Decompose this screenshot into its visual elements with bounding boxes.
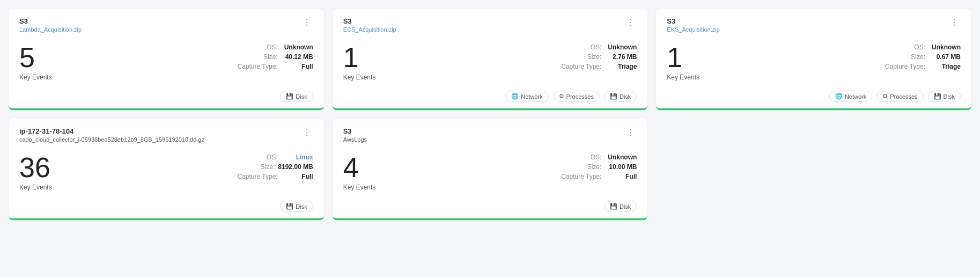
capture-value: Triage (605, 63, 637, 70)
meta-section: OS: Unknown Size: 40.12 MB Capture Type:… (237, 43, 313, 70)
card-footer: 💾 Disk (19, 85, 313, 108)
badge-network[interactable]: 🌐 Network (829, 91, 872, 102)
menu-icon[interactable]: ⋮ (300, 127, 313, 138)
card-footer: 🌐 Network ⚙ Processes 💾 Disk (343, 85, 637, 108)
size-label: Size: (261, 163, 275, 171)
card-type: S3 (343, 17, 396, 25)
capture-value: Triage (929, 63, 961, 70)
key-events-section: 4 Key Events (343, 153, 386, 191)
card-empty (656, 119, 971, 220)
processes-icon: ⚙ (882, 93, 888, 100)
card-type: S3 (667, 17, 719, 25)
capture-label: Capture Type: (561, 173, 601, 180)
meta-section: OS: Unknown Size: 0.67 MB Capture Type: … (885, 43, 961, 70)
card-grid: S3 Lambda_Acquisition.zip ⋮ 5 Key Events… (0, 0, 980, 229)
network-icon: 🌐 (511, 93, 519, 100)
card-subtitle: ECS_Acquisition.zip (343, 26, 396, 33)
menu-icon[interactable]: ⋮ (624, 127, 637, 138)
key-events-number: 1 (667, 43, 682, 71)
size-row: Size: 0.67 MB (885, 53, 961, 61)
card-header: ip-172-31-78-104 cado_cloud_collector_i-… (19, 127, 313, 143)
card-title-block: S3 EKS_Acquisition.zip (667, 17, 719, 33)
badge-disk[interactable]: 💾 Disk (604, 201, 637, 212)
capture-row: Capture Type: Triage (561, 63, 637, 70)
os-value: Unknown (281, 43, 313, 51)
os-value: Linux (281, 153, 313, 161)
key-events-number: 1 (343, 43, 359, 71)
card-body: 1 Key Events OS: Unknown Size: 2.76 MB C… (343, 43, 637, 81)
badge-processes[interactable]: ⚙ Processes (553, 91, 600, 102)
key-events-label: Key Events (343, 74, 376, 81)
size-value: 40.12 MB (281, 53, 313, 61)
key-events-number: 5 (19, 43, 35, 71)
card-title-block: S3 AwsLogs (343, 127, 367, 143)
size-value: 0.67 MB (929, 53, 961, 61)
os-row: OS: Linux (237, 153, 313, 161)
badge-disk[interactable]: 💾 Disk (928, 91, 961, 102)
capture-row: Capture Type: Full (237, 173, 313, 180)
card-body: 4 Key Events OS: Unknown Size: 10.00 MB … (343, 153, 637, 191)
processes-icon: ⚙ (559, 93, 564, 100)
size-row: Size: 40.12 MB (237, 53, 313, 61)
badge-processes[interactable]: ⚙ Processes (876, 91, 923, 102)
card-header: S3 Lambda_Acquisition.zip ⋮ (19, 17, 313, 33)
meta-section: OS: Linux Size: 8192.00 MB Capture Type:… (237, 153, 313, 180)
badge-label: Disk (620, 93, 631, 100)
card-card-1: S3 Lambda_Acquisition.zip ⋮ 5 Key Events… (9, 9, 324, 110)
badge-disk[interactable]: 💾 Disk (280, 91, 313, 102)
size-row: Size: 8192.00 MB (237, 163, 313, 171)
disk-icon: 💾 (934, 93, 941, 100)
card-footer: 🌐 Network ⚙ Processes 💾 Disk (667, 85, 961, 108)
key-events-number: 36 (19, 153, 50, 181)
size-row: Size: 2.76 MB (561, 53, 637, 61)
card-card-5: S3 AwsLogs ⋮ 4 Key Events OS: Unknown Si… (333, 119, 648, 220)
network-icon: 🌐 (835, 93, 843, 100)
capture-row: Capture Type: Full (561, 173, 637, 180)
card-type: ip-172-31-78-104 (19, 127, 204, 135)
badge-label: Processes (566, 93, 594, 100)
key-events-label: Key Events (343, 184, 376, 191)
card-title-block: S3 ECS_Acquisition.zip (343, 17, 396, 33)
card-body: 5 Key Events OS: Unknown Size: 40.12 MB … (19, 43, 313, 81)
capture-row: Capture Type: Triage (885, 63, 961, 70)
size-label: Size: (263, 53, 278, 61)
meta-section: OS: Unknown Size: 2.76 MB Capture Type: … (561, 43, 637, 70)
badge-disk[interactable]: 💾 Disk (280, 201, 313, 212)
key-events-section: 1 Key Events (343, 43, 386, 81)
card-title-block: ip-172-31-78-104 cado_cloud_collector_i-… (19, 127, 204, 143)
disk-icon: 💾 (286, 93, 293, 100)
size-value: 2.76 MB (605, 53, 637, 61)
capture-value: Full (605, 173, 637, 180)
size-value: 10.00 MB (605, 163, 637, 171)
os-value: Unknown (605, 153, 637, 161)
menu-icon[interactable]: ⋮ (948, 17, 961, 28)
capture-value: Full (281, 63, 313, 70)
badge-disk[interactable]: 💾 Disk (604, 91, 637, 102)
capture-label: Capture Type: (237, 173, 277, 180)
capture-value: Full (281, 173, 313, 180)
menu-icon[interactable]: ⋮ (300, 17, 313, 28)
badge-label: Disk (944, 93, 955, 100)
card-footer: 💾 Disk (343, 195, 637, 218)
badge-label: Processes (890, 93, 917, 100)
card-card-3: S3 EKS_Acquisition.zip ⋮ 1 Key Events OS… (656, 9, 971, 110)
os-row: OS: Unknown (561, 153, 637, 161)
card-header: S3 EKS_Acquisition.zip ⋮ (667, 17, 961, 33)
os-label: OS: (591, 153, 602, 161)
size-label: Size: (587, 53, 602, 61)
badge-label: Disk (296, 203, 307, 210)
menu-icon[interactable]: ⋮ (624, 17, 637, 28)
meta-section: OS: Unknown Size: 10.00 MB Capture Type:… (561, 153, 637, 180)
card-header: S3 AwsLogs ⋮ (343, 127, 637, 143)
os-label: OS: (267, 153, 278, 161)
size-label: Size: (911, 53, 925, 61)
card-type: S3 (19, 17, 82, 25)
os-row: OS: Unknown (885, 43, 961, 51)
card-footer: 💾 Disk (19, 195, 313, 218)
badge-network[interactable]: 🌐 Network (505, 91, 548, 102)
key-events-section: 5 Key Events (19, 43, 62, 81)
card-subtitle: cado_cloud_collector_i-05938bed528eb12b9… (19, 136, 204, 143)
card-title-block: S3 Lambda_Acquisition.zip (19, 17, 82, 33)
badge-label: Disk (296, 93, 307, 100)
size-value: 8192.00 MB (278, 163, 313, 171)
